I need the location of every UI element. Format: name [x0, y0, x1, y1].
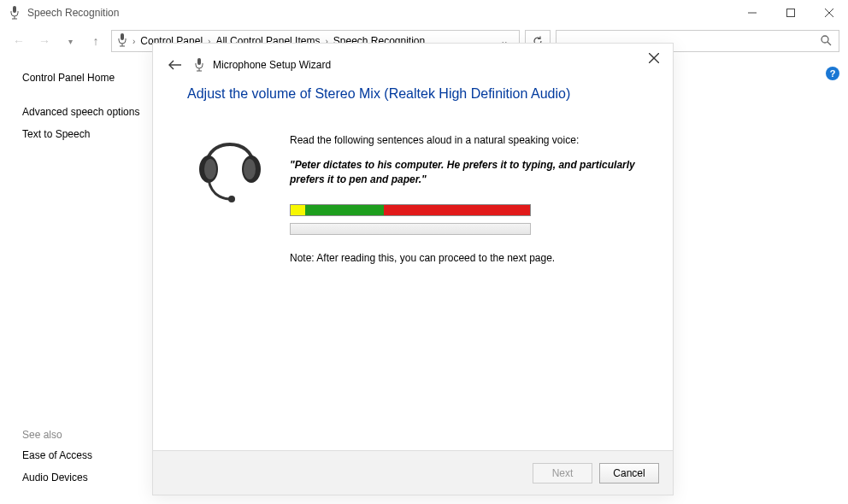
nav-forward-button[interactable]: → [34, 31, 55, 51]
search-icon [820, 34, 832, 49]
note-text: Note: After reading this, you can procee… [290, 252, 639, 264]
advanced-speech-options-link[interactable]: Advanced speech options [22, 106, 161, 118]
svg-rect-4 [786, 9, 794, 17]
wizard-heading: Adjust the volume of Stereo Mix (Realtek… [187, 86, 639, 102]
volume-meter-reference [290, 204, 531, 216]
wizard-close-button[interactable] [642, 46, 666, 70]
microphone-setup-wizard: Microphone Setup Wizard Adjust the volum… [152, 43, 674, 495]
meter-red-zone [384, 205, 530, 215]
wizard-title: Microphone Setup Wizard [213, 59, 331, 71]
meter-green-zone [305, 205, 384, 215]
chevron-right-icon: › [132, 37, 135, 46]
left-nav-panel: Control Panel Home Advanced speech optio… [0, 56, 171, 504]
next-button[interactable]: Next [533, 463, 592, 483]
svg-rect-0 [13, 6, 16, 13]
cancel-button[interactable]: Cancel [599, 463, 659, 483]
close-button[interactable] [810, 0, 848, 26]
wizard-back-button[interactable] [163, 53, 187, 77]
wizard-body: Adjust the volume of Stereo Mix (Realtek… [153, 86, 673, 450]
help-icon[interactable]: ? [826, 67, 839, 80]
svg-rect-7 [121, 33, 124, 40]
volume-level-indicator [290, 223, 531, 235]
svg-point-19 [204, 159, 216, 179]
text-to-speech-link[interactable]: Text to Speech [22, 128, 161, 140]
wizard-header: Microphone Setup Wizard [153, 44, 673, 86]
sample-sentence: "Peter dictates to his computer. He pref… [290, 158, 639, 187]
microphone-icon [117, 33, 127, 50]
svg-rect-13 [197, 58, 201, 65]
svg-point-21 [244, 159, 256, 179]
meter-yellow-zone [291, 205, 305, 215]
wizard-footer: Next Cancel [153, 450, 673, 495]
see-also-header: See also [22, 429, 161, 441]
ease-of-access-link[interactable]: Ease of Access [22, 449, 161, 461]
microphone-icon [194, 58, 206, 72]
svg-point-10 [822, 36, 828, 43]
svg-point-22 [228, 196, 235, 202]
nav-recent-button[interactable]: ▾ [60, 31, 80, 51]
window-titlebar: Speech Recognition [0, 0, 848, 26]
svg-line-11 [827, 42, 831, 45]
microphone-icon [9, 6, 21, 20]
instruction-text: Read the following sentences aloud in a … [290, 134, 639, 146]
nav-back-button[interactable]: ← [9, 31, 29, 51]
audio-devices-link[interactable]: Audio Devices [22, 472, 161, 483]
maximize-button[interactable] [771, 0, 810, 26]
minimize-button[interactable] [733, 0, 771, 26]
control-panel-home-link[interactable]: Control Panel Home [22, 72, 161, 84]
window-title: Speech Recognition [27, 7, 119, 19]
nav-up-button[interactable]: ↑ [85, 31, 106, 51]
headset-icon [187, 122, 273, 264]
